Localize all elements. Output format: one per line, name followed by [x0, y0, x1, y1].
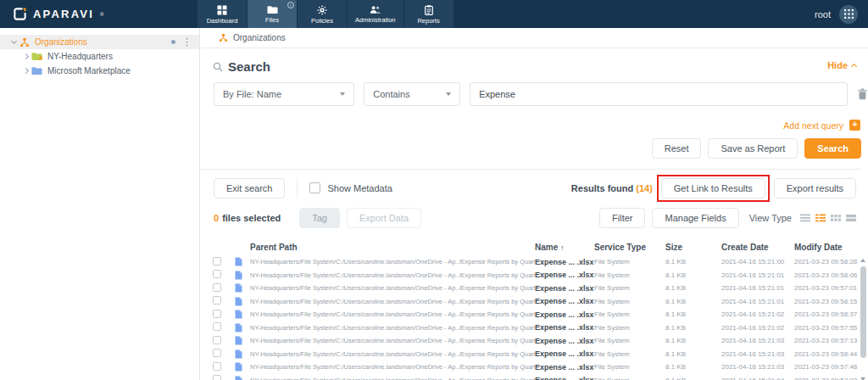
get-link-to-results-button[interactable]: Get Link to Results	[661, 178, 765, 198]
service-type-cell: File System	[594, 271, 665, 279]
kebab-menu-icon[interactable]: ⋮	[182, 36, 192, 48]
table-row[interactable]: NY-Headquarters/File System/C:/Users/car…	[201, 374, 868, 380]
service-type-cell: File System	[594, 350, 665, 358]
view-rows-icon[interactable]	[846, 214, 856, 222]
table-row[interactable]: NY-Headquarters/File System/C:/Users/car…	[201, 255, 868, 269]
search-button[interactable]: Search	[804, 138, 861, 159]
operator-dropdown[interactable]: Contains	[364, 82, 460, 106]
exit-search-button[interactable]: Exit search	[214, 178, 285, 198]
scrollbar-thumb[interactable]	[860, 266, 866, 358]
table-row[interactable]: NY-Headquarters/File System/C:/Users/car…	[201, 334, 868, 348]
view-list-icon[interactable]	[800, 214, 810, 222]
hide-search-link[interactable]: Hide	[827, 60, 856, 70]
search-buttons-row: Reset Save as Report Search	[201, 138, 861, 170]
reset-button[interactable]: Reset	[652, 138, 702, 159]
tab-reports[interactable]: Reports	[404, 0, 453, 28]
breadcrumb-label[interactable]: Organizations	[233, 33, 286, 42]
row-checkbox[interactable]	[213, 375, 221, 380]
view-type-label: View Type	[749, 213, 792, 223]
create-date-cell: 2021-04-16 15:21:04	[721, 377, 794, 380]
view-detail-list-icon[interactable]	[815, 214, 826, 222]
name-cell: Expense ... .xlsx	[535, 323, 594, 332]
trash-icon[interactable]	[857, 88, 868, 100]
tree-item-label: NY-Headquarters	[47, 52, 113, 61]
tab-dashboard[interactable]: Dashboard	[198, 0, 247, 28]
aparavi-logo-icon	[13, 7, 27, 21]
column-header-modify-date[interactable]: Modify Date	[794, 243, 862, 252]
modify-date-cell: 2021-03-23 09:58:06	[794, 271, 862, 279]
tree-item-ny-headquarters[interactable]: NY-Headquarters	[0, 49, 199, 64]
brand: APARAVI ®	[0, 0, 198, 28]
manage-fields-button[interactable]: Manage Fields	[652, 208, 738, 228]
field-dropdown[interactable]: By File: Name	[214, 82, 354, 106]
organization-icon	[19, 37, 30, 48]
search-icon	[213, 62, 223, 72]
parent-path-cell: NY-Headquarters/File System/C:/Users/car…	[250, 271, 535, 279]
row-checkbox[interactable]	[213, 296, 221, 305]
query-value-input[interactable]	[470, 82, 848, 106]
filter-button[interactable]: Filter	[599, 208, 645, 228]
service-type-cell: File System	[594, 337, 665, 344]
tag-button[interactable]: Tag	[299, 208, 340, 228]
column-header-create-date[interactable]: Create Date	[721, 243, 794, 252]
results-toolbar-right: Results found (14) Get Link to Results E…	[571, 178, 856, 198]
plus-icon[interactable]: +	[849, 120, 860, 131]
apps-menu-button[interactable]	[839, 5, 858, 24]
parent-path-cell: NY-Headquarters/File System/C:/Users/car…	[250, 350, 535, 358]
status-dot	[171, 40, 175, 44]
parent-path-cell: NY-Headquarters/File System/C:/Users/car…	[250, 324, 535, 332]
add-next-query-link[interactable]: Add next query	[783, 120, 843, 131]
table-row[interactable]: NY-Headquarters/File System/C:/Users/car…	[201, 348, 868, 361]
table-row[interactable]: NY-Headquarters/File System/C:/Users/car…	[201, 308, 868, 321]
row-checkbox[interactable]	[213, 362, 221, 371]
show-metadata-checkbox[interactable]	[309, 182, 320, 193]
table-row[interactable]: NY-Headquarters/File System/C:/Users/car…	[201, 282, 868, 295]
row-checkbox[interactable]	[213, 283, 221, 292]
table-row[interactable]: NY-Headquarters/File System/C:/Users/car…	[201, 360, 868, 374]
tab-policies[interactable]: Policies	[298, 0, 347, 28]
table-row[interactable]: NY-Headquarters/File System/C:/Users/car…	[201, 295, 868, 309]
query-builder-row: By File: Name Contains	[214, 82, 868, 106]
chevron-right-icon[interactable]	[23, 53, 29, 59]
view-grid-icon[interactable]	[831, 214, 841, 222]
name-cell: Expense ... .xlsx	[535, 258, 594, 266]
modify-date-cell: 2021-03-23 09:57:48	[794, 363, 862, 371]
tree-item-label: Organizations	[35, 37, 87, 47]
column-header-name[interactable]: Name ↑	[535, 243, 594, 252]
parent-path-cell: NY-Headquarters/File System/C:/Users/car…	[250, 310, 535, 318]
size-cell: 8.1 KB	[665, 324, 721, 332]
row-checkbox[interactable]	[213, 322, 221, 331]
chevron-up-icon	[851, 64, 857, 70]
row-checkbox[interactable]	[213, 270, 221, 278]
results-toolbar: Exit search Show Metadata Results found …	[214, 177, 856, 198]
tree-item-microsoft-marketplace[interactable]: Microsoft Marketplace	[0, 64, 199, 78]
row-checkbox[interactable]	[213, 257, 221, 265]
export-data-button[interactable]: Export Data	[347, 208, 421, 228]
table-row[interactable]: NY-Headquarters/File System/C:/Users/car…	[201, 269, 868, 282]
top-navigation: APARAVI ® Dashboard i Files	[0, 0, 868, 28]
table-row[interactable]: NY-Headquarters/File System/C:/Users/car…	[201, 321, 868, 335]
service-type-cell: File System	[594, 377, 665, 380]
chevron-right-icon[interactable]	[23, 68, 29, 74]
tree-item-organizations[interactable]: Organizations ⋮	[0, 35, 199, 49]
scroll-up-icon[interactable]	[860, 259, 865, 262]
save-as-report-button[interactable]: Save as Report	[708, 138, 798, 159]
table-scrollbar[interactable]	[859, 256, 867, 380]
chevron-down-icon	[446, 92, 451, 96]
export-results-button[interactable]: Export results	[774, 178, 856, 198]
chevron-down-icon[interactable]	[11, 38, 17, 44]
tab-administration[interactable]: Administration	[348, 0, 403, 28]
nav-tabs: Dashboard i Files	[198, 0, 453, 28]
column-header-parent-path[interactable]: Parent Path	[250, 243, 535, 252]
tab-files[interactable]: i Files	[248, 0, 297, 28]
column-header-size[interactable]: Size	[665, 243, 721, 252]
size-cell: 8.1 KB	[665, 363, 721, 371]
row-checkbox[interactable]	[213, 336, 221, 344]
row-checkbox[interactable]	[213, 310, 221, 318]
tree-item-label: Microsoft Marketplace	[47, 66, 131, 75]
modify-date-cell: 2021-03-23 09:58:37	[794, 310, 862, 318]
parent-path-cell: NY-Headquarters/File System/C:/Users/car…	[250, 377, 535, 380]
column-header-service-type[interactable]: Service Type	[594, 243, 665, 252]
row-checkbox[interactable]	[213, 349, 221, 357]
gear-icon	[317, 5, 327, 15]
